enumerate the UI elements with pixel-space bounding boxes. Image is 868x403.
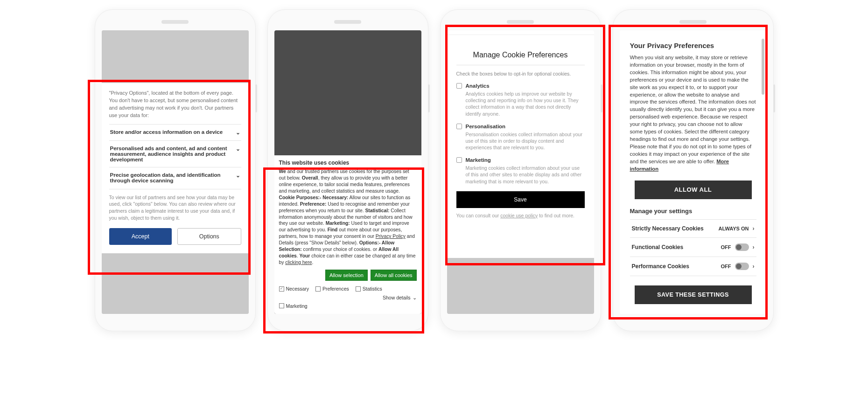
highlight-box	[445, 25, 605, 265]
background-bottom	[447, 258, 594, 314]
phone-mockup-3: Manage Cookie Preferences Check the boxe…	[440, 9, 601, 331]
background-top	[102, 30, 249, 83]
background-bottom	[102, 281, 249, 314]
highlight-box	[88, 80, 251, 275]
phone-mockup-4: Your Privacy Preferences When you visit …	[613, 9, 774, 331]
highlight-box	[263, 167, 424, 334]
highlight-box	[609, 25, 768, 320]
phone-mockup-1: "Privacy Options", located at the bottom…	[95, 9, 256, 331]
panel-title: This website uses cookies	[279, 159, 417, 167]
phone-mockup-2: This website uses cookies We and our tru…	[267, 9, 428, 331]
